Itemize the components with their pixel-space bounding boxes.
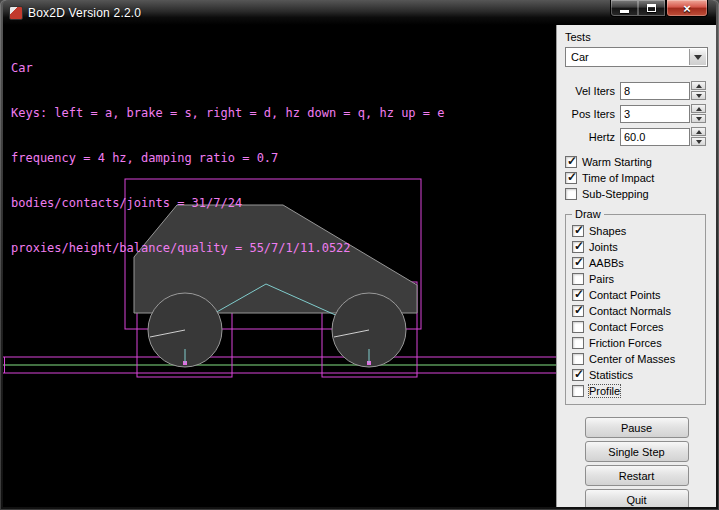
arrow-up-icon bbox=[696, 107, 702, 111]
vel-iters-input[interactable] bbox=[620, 82, 690, 100]
checkbox-label: Contact Points bbox=[589, 289, 661, 301]
chevron-down-icon bbox=[694, 55, 702, 60]
checkbox-label: Contact Forces bbox=[589, 321, 664, 333]
simulation-canvas[interactable]: Car Keys: left = a, brake = s, right = d… bbox=[3, 25, 556, 507]
close-button[interactable]: × bbox=[666, 0, 708, 17]
titlebar[interactable]: Box2D Version 2.2.0 × bbox=[3, 0, 716, 25]
checkbox-box bbox=[572, 257, 584, 269]
draw-group-label: Draw bbox=[572, 208, 604, 220]
checkbox-warm-starting[interactable]: Warm Starting bbox=[565, 154, 716, 170]
checkbox-box bbox=[572, 273, 584, 285]
stats-overlay: Car Keys: left = a, brake = s, right = d… bbox=[11, 31, 444, 286]
checkbox-label: Sub-Stepping bbox=[582, 188, 649, 200]
checkbox-label: AABBs bbox=[589, 257, 624, 269]
box2d-window: Box2D Version 2.2.0 × bbox=[0, 0, 719, 510]
hertz-spinner bbox=[691, 127, 706, 146]
window-content: Car Keys: left = a, brake = s, right = d… bbox=[3, 25, 716, 507]
checkbox-label: Shapes bbox=[589, 225, 626, 237]
keys-help-line: Keys: left = a, brake = s, right = d, hz… bbox=[11, 106, 444, 121]
vel-iters-up-button[interactable] bbox=[691, 81, 706, 90]
checkbox-box bbox=[565, 172, 577, 184]
test-title: Car bbox=[11, 61, 444, 76]
checkbox-box bbox=[572, 337, 584, 349]
checkbox-profile[interactable]: Profile bbox=[572, 383, 705, 399]
hertz-down-button[interactable] bbox=[691, 137, 706, 146]
checkbox-time-of-impact[interactable]: Time of Impact bbox=[565, 170, 716, 186]
pos-iters-down-button[interactable] bbox=[691, 114, 706, 123]
checkbox-center-of-masses[interactable]: Center of Masses bbox=[572, 351, 705, 367]
checkbox-box bbox=[572, 225, 584, 237]
hertz-label: Hertz bbox=[589, 131, 615, 143]
frequency-line: frequency = 4 hz, damping ratio = 0.7 bbox=[11, 151, 444, 166]
iteration-settings: Vel Iters Pos Iters Hert bbox=[557, 81, 716, 146]
tests-dropdown-value: Car bbox=[571, 51, 589, 63]
arrow-down-icon bbox=[696, 117, 702, 121]
pos-iters-up-button[interactable] bbox=[691, 104, 706, 113]
single-step-button[interactable]: Single Step bbox=[585, 441, 689, 462]
arrow-down-icon bbox=[696, 140, 702, 144]
pos-iters-label: Pos Iters bbox=[572, 108, 615, 120]
close-icon: × bbox=[683, 2, 691, 15]
checkbox-friction-forces[interactable]: Friction Forces bbox=[572, 335, 705, 351]
vel-iters-label: Vel Iters bbox=[575, 85, 615, 97]
checkbox-label: Joints bbox=[589, 241, 618, 253]
restart-button[interactable]: Restart bbox=[585, 465, 689, 486]
caption-buttons: × bbox=[610, 0, 708, 17]
checkbox-box bbox=[565, 156, 577, 168]
checkbox-label: Friction Forces bbox=[589, 337, 662, 349]
checkbox-label: Statistics bbox=[589, 369, 633, 381]
tests-dropdown[interactable]: Car bbox=[565, 47, 708, 67]
checkbox-label: Pairs bbox=[589, 273, 614, 285]
pos-iters-spinner bbox=[691, 104, 706, 123]
checkbox-joints[interactable]: Joints bbox=[572, 239, 705, 255]
checkbox-label: Center of Masses bbox=[589, 353, 675, 365]
maximize-icon bbox=[647, 4, 656, 12]
checkbox-contact-forces[interactable]: Contact Forces bbox=[572, 319, 705, 335]
checkbox-contact-normals[interactable]: Contact Normals bbox=[572, 303, 705, 319]
vel-iters-row: Vel Iters bbox=[557, 81, 706, 100]
checkbox-label: Time of Impact bbox=[582, 172, 654, 184]
vel-iters-spinner bbox=[691, 81, 706, 100]
checkbox-label: Profile bbox=[589, 385, 620, 397]
checkbox-statistics[interactable]: Statistics bbox=[572, 367, 705, 383]
draw-group: Draw Shapes Joints AABBs Pairs bbox=[565, 214, 706, 405]
checkbox-box bbox=[572, 289, 584, 301]
pos-iters-input[interactable] bbox=[620, 105, 690, 123]
quit-button[interactable]: Quit bbox=[585, 489, 689, 507]
tests-label: Tests bbox=[565, 31, 716, 43]
checkbox-box bbox=[565, 188, 577, 200]
minimize-icon bbox=[620, 10, 629, 13]
checkbox-contact-points[interactable]: Contact Points bbox=[572, 287, 705, 303]
hertz-up-button[interactable] bbox=[691, 127, 706, 136]
window-title: Box2D Version 2.2.0 bbox=[28, 6, 141, 20]
checkbox-aabbs[interactable]: AABBs bbox=[572, 255, 705, 271]
maximize-button[interactable] bbox=[638, 0, 666, 17]
sim-checkboxes: Warm Starting Time of Impact Sub-Steppin… bbox=[557, 154, 716, 202]
app-icon bbox=[9, 6, 23, 20]
vel-iters-down-button[interactable] bbox=[691, 91, 706, 100]
arrow-up-icon bbox=[696, 84, 702, 88]
bodies-stats-line: bodies/contacts/joints = 31/7/24 bbox=[11, 196, 444, 211]
action-buttons: Pause Single Step Restart Quit bbox=[557, 417, 716, 507]
checkbox-box bbox=[572, 353, 584, 365]
checkbox-box bbox=[572, 385, 584, 397]
arrow-up-icon bbox=[696, 130, 702, 134]
hertz-input[interactable] bbox=[620, 128, 690, 146]
checkbox-shapes[interactable]: Shapes bbox=[572, 223, 705, 239]
checkbox-box bbox=[572, 321, 584, 333]
checkbox-pairs[interactable]: Pairs bbox=[572, 271, 705, 287]
checkbox-box bbox=[572, 305, 584, 317]
hertz-row: Hertz bbox=[557, 127, 706, 146]
arrow-down-icon bbox=[696, 94, 702, 98]
checkbox-label: Warm Starting bbox=[582, 156, 652, 168]
minimize-button[interactable] bbox=[610, 0, 638, 17]
checkbox-box bbox=[572, 369, 584, 381]
proxies-stats-line: proxies/height/balance/quality = 55/7/1/… bbox=[11, 241, 444, 256]
checkbox-sub-stepping[interactable]: Sub-Stepping bbox=[565, 186, 716, 202]
tests-dropdown-button[interactable] bbox=[689, 49, 706, 65]
pos-iters-row: Pos Iters bbox=[557, 104, 706, 123]
checkbox-box bbox=[572, 241, 584, 253]
pause-button[interactable]: Pause bbox=[585, 417, 689, 438]
control-panel: Tests Car Vel Iters Pos Iters bbox=[556, 25, 716, 507]
checkbox-label: Contact Normals bbox=[589, 305, 671, 317]
